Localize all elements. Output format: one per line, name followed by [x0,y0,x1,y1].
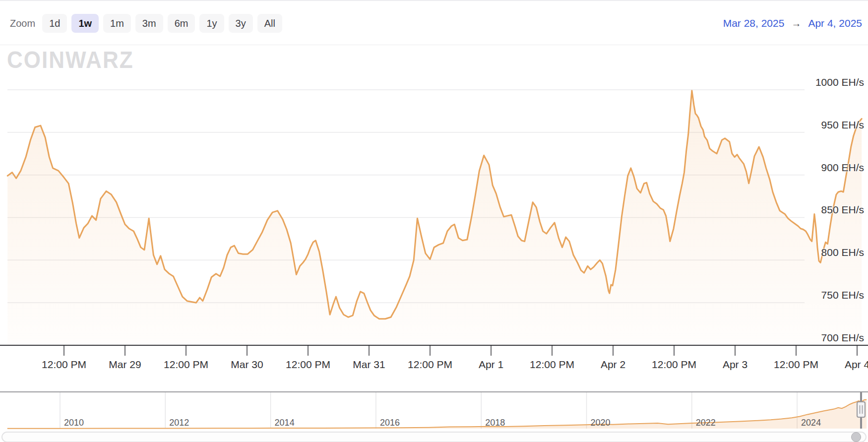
arrow-right-icon: → [791,18,801,29]
x-axis-label: Mar 30 [215,359,279,371]
y-axis-label: 900 EH/s [785,162,864,174]
navigator-year-label: 2018 [485,418,505,428]
x-axis-label: 12:00 PM [520,359,584,371]
navigator-year-label: 2010 [64,418,84,428]
x-axis-label: 12:00 PM [32,359,96,371]
x-axis-label: 12:00 PM [154,359,218,371]
y-axis-label: 700 EH/s [785,332,864,344]
y-axis-label: 950 EH/s [785,119,864,131]
x-axis-label: Mar 31 [337,359,401,371]
x-axis-label: Mar 29 [93,359,157,371]
horizontal-scrollbar-track[interactable] [1,432,867,442]
x-axis-label: 12:00 PM [398,359,462,371]
horizontal-scrollbar-thumb[interactable] [851,432,861,442]
zoom-button-6m[interactable]: 6m [168,14,195,33]
navigator[interactable] [0,391,868,431]
date-to-input[interactable]: Apr 4, 2025 [808,17,862,29]
date-from-input[interactable]: Mar 28, 2025 [723,17,785,29]
zoom-button-3y[interactable]: 3y [229,14,253,33]
x-axis-label: Apr 4 [825,359,868,371]
navigator-handle[interactable] [857,402,865,417]
chart-plot-area[interactable] [0,45,868,345]
navigator-area-fill [7,400,867,429]
x-axis-label: Apr 1 [459,359,523,371]
x-axis-label: Apr 2 [581,359,645,371]
zoom-button-1w[interactable]: 1w [71,14,99,33]
x-axis-label: Apr 3 [703,359,767,371]
y-axis-label: 850 EH/s [785,204,864,216]
navigator-year-label: 2012 [169,418,189,428]
chart-toolbar: Zoom 1d1w1m3m6m1y3yAll Mar 28, 2025 → Ap… [10,13,862,34]
zoom-button-1m[interactable]: 1m [103,14,131,33]
navigator-year-label: 2024 [801,418,821,428]
hashrate-chart-widget: Zoom 1d1w1m3m6m1y3yAll Mar 28, 2025 → Ap… [0,0,868,442]
y-axis-label: 800 EH/s [785,247,864,258]
navigator-year-label: 2022 [696,418,716,428]
zoom-button-all[interactable]: All [257,14,282,33]
x-axis-label: 12:00 PM [642,359,706,371]
navigator-year-label: 2014 [275,418,295,428]
zoom-label: Zoom [10,18,35,29]
y-axis-label: 1000 EH/s [785,76,864,88]
zoom-button-1d[interactable]: 1d [42,14,67,33]
navigator-year-label: 2020 [591,418,611,428]
zoom-button-3m[interactable]: 3m [135,14,163,33]
navigator-year-label: 2016 [380,418,400,428]
zoom-button-1y[interactable]: 1y [199,14,224,33]
x-axis-label: 12:00 PM [764,359,828,371]
y-axis-label: 750 EH/s [785,289,864,301]
zoom-button-group: 1d1w1m3m6m1y3yAll [42,14,287,33]
date-range: Mar 28, 2025 → Apr 4, 2025 [723,17,862,29]
x-axis-label: 12:00 PM [276,359,340,371]
